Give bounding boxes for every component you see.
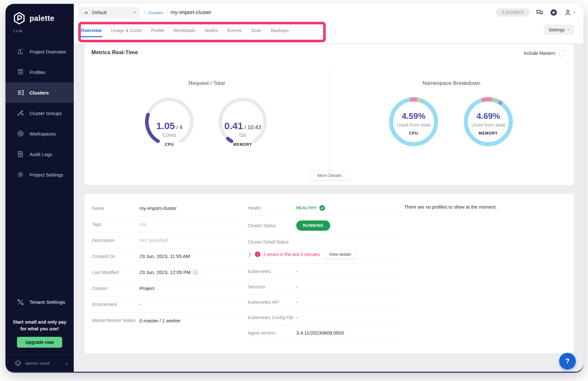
error-icon: ! bbox=[255, 252, 260, 257]
sidebar-item-project-overview[interactable]: Project Overview bbox=[5, 41, 74, 62]
more-details-button[interactable]: More Details bbox=[309, 170, 350, 180]
check-circle-icon bbox=[319, 205, 325, 211]
user-menu[interactable]: ▾ bbox=[564, 9, 575, 16]
cpu-gauge-label: CPU bbox=[144, 142, 195, 147]
namespace-memory-donut-chart: 4.69% Used from total MEMORY bbox=[463, 96, 514, 153]
namespace-memory-label: MEMORY bbox=[463, 131, 514, 136]
sidebar-item-label: Audit Logs bbox=[29, 152, 52, 157]
cluster-info-column: Name my-import-cluster Tags n/a Descript… bbox=[92, 200, 242, 328]
tab-backups[interactable]: Backups bbox=[270, 25, 290, 36]
chat-icon[interactable] bbox=[536, 9, 543, 16]
sidebar-item-project-settings[interactable]: Project Settings bbox=[5, 164, 74, 185]
tab-overview[interactable]: Overview bbox=[80, 25, 102, 36]
settings-button[interactable]: Settings ▾ bbox=[544, 25, 574, 35]
sidebar-item-audit-logs[interactable]: Audit Logs bbox=[5, 144, 74, 164]
star-circle-icon[interactable] bbox=[550, 9, 558, 16]
created-on-value: 23 Jun, 2023, 11:55 AM bbox=[139, 253, 190, 259]
sidebar: palette 3.4.48 Project Overview Profiles bbox=[5, 4, 74, 372]
chevron-down-icon: ▾ bbox=[573, 10, 575, 14]
network-icon bbox=[17, 110, 24, 117]
expand-chevron-icon[interactable]: ❯ bbox=[248, 252, 252, 257]
kubernetes-api-value: - bbox=[296, 299, 298, 305]
spectro-cloud-label: spectro cloud bbox=[25, 361, 50, 366]
errors-summary: 2 errors in the last 5 minutes bbox=[264, 252, 320, 257]
tab-workloads[interactable]: Workloads bbox=[173, 25, 196, 36]
row-label: Kubernetes bbox=[248, 269, 296, 274]
include-masters-checkbox[interactable] bbox=[559, 50, 566, 56]
spectro-cloud-logo-icon bbox=[14, 359, 22, 368]
chevron-down-icon: ▾ bbox=[134, 10, 136, 15]
sidebar-item-label: Project Settings bbox=[29, 172, 63, 178]
cluster-name-value: my-import-cluster bbox=[139, 205, 177, 211]
profiles-column: There are no profiles to show at the mom… bbox=[404, 204, 497, 210]
target-icon bbox=[17, 130, 24, 137]
collapse-sidebar-icon[interactable]: ‹ bbox=[66, 361, 67, 366]
namespace-memory-caption: Used from total bbox=[463, 122, 514, 128]
description-value: Not specified. bbox=[139, 237, 169, 243]
main-area: Default ▾ / Clusters / my-import-cluster… bbox=[74, 4, 584, 372]
cpu-used-value: 1.05 bbox=[156, 120, 175, 131]
memory-total-value: / 10.43 bbox=[244, 124, 261, 130]
breadcrumb-slash: / bbox=[144, 10, 145, 15]
gear-icon bbox=[17, 171, 24, 178]
project-selector-icon bbox=[82, 9, 89, 16]
app-version: 3.4.48 bbox=[13, 29, 74, 33]
sidebar-item-cluster-groups[interactable]: Cluster Groups bbox=[5, 103, 74, 123]
brand-block: palette 3.4.48 bbox=[5, 4, 74, 33]
namespace-cpu-donut-chart: 4.59% Used from total CPU bbox=[388, 96, 439, 153]
cluster-status-column: Health HEALTHY Cluster Status RUNNING bbox=[248, 200, 402, 341]
cluster-detail-status-block: Cluster Detail Status ❯ ! 2 errors in th… bbox=[248, 236, 402, 264]
kubeconfig-value: - bbox=[296, 315, 298, 320]
cpu-gauge-chart: 1.05 / 4 Cores CPU bbox=[144, 96, 195, 153]
row-label: Context bbox=[92, 286, 139, 291]
table-row: Kubernetes API - bbox=[248, 294, 402, 310]
namespace-cpu-label: CPU bbox=[388, 131, 439, 136]
help-button[interactable]: ? bbox=[559, 353, 576, 369]
tab-profile[interactable]: Profile bbox=[150, 25, 165, 36]
row-label: Kubernetes API bbox=[248, 300, 296, 305]
breadcrumb-slash: / bbox=[166, 10, 168, 15]
app-window: palette 3.4.48 Project Overview Profiles bbox=[5, 4, 584, 372]
sidebar-item-label: Cluster Groups bbox=[29, 111, 62, 116]
table-row: Name my-import-cluster bbox=[92, 200, 242, 216]
view-details-button[interactable]: View details bbox=[324, 250, 356, 259]
sidebar-item-label: Profiles bbox=[29, 70, 46, 75]
include-masters-label: Include Masters bbox=[524, 51, 555, 56]
tabs-row: Overview Usage & Costs Profile Workloads… bbox=[74, 21, 584, 43]
row-label: Health bbox=[248, 205, 296, 211]
table-row: Master/Worker Nodes 0 master / 1 worker bbox=[92, 312, 242, 328]
breadcrumb: / Clusters / my-import-cluster bbox=[144, 9, 211, 15]
last-modified-value: 23 Jun, 2023, 12:05 PM bbox=[139, 269, 198, 275]
tags-value: n/a bbox=[139, 221, 146, 227]
table-row: Health HEALTHY bbox=[248, 200, 402, 216]
table-row: Context Project bbox=[92, 280, 242, 296]
upgrade-now-button[interactable]: Upgrade now bbox=[17, 337, 62, 348]
project-selector[interactable]: Default ▾ bbox=[79, 7, 139, 18]
row-label: Agent version bbox=[248, 330, 296, 335]
namespace-cpu-percent: 4.59% bbox=[388, 111, 439, 121]
namespace-breakdown-title: Namespace Breakdown bbox=[329, 80, 574, 87]
sidebar-item-tenant-settings[interactable]: Tenant Settings bbox=[5, 293, 74, 311]
sidebar-item-workspaces[interactable]: Workspaces bbox=[5, 123, 74, 144]
memory-gauge-label: MEMORY bbox=[217, 142, 268, 147]
layers-icon bbox=[17, 69, 24, 76]
topbar: Default ▾ / Clusters / my-import-cluster… bbox=[74, 4, 584, 21]
tools-icon bbox=[17, 299, 24, 306]
row-label: Services bbox=[248, 284, 296, 289]
sidebar-item-clusters[interactable]: Clusters bbox=[5, 82, 74, 103]
user-icon bbox=[564, 9, 572, 16]
tab-scan[interactable]: Scan bbox=[250, 25, 262, 36]
row-label: Name bbox=[92, 206, 139, 211]
metrics-realtime-card: Metrics Real-Time Include Masters Reques… bbox=[84, 44, 574, 185]
row-label: Created On bbox=[92, 254, 139, 259]
info-icon[interactable] bbox=[193, 270, 198, 275]
sidebar-item-profiles[interactable]: Profiles bbox=[5, 62, 74, 82]
tab-events[interactable]: Events bbox=[227, 25, 242, 36]
memory-gauge-chart: 0.41 / 10.43 Gb MEMORY bbox=[217, 96, 268, 153]
tab-usage-costs[interactable]: Usage & Costs bbox=[110, 25, 143, 36]
include-masters-control: Include Masters bbox=[524, 50, 566, 56]
environment-value: - bbox=[139, 302, 141, 307]
breadcrumb-clusters-link[interactable]: Clusters bbox=[148, 10, 164, 15]
cluster-tabs: Overview Usage & Costs Profile Workloads… bbox=[80, 24, 290, 37]
tab-nodes[interactable]: Nodes bbox=[204, 25, 219, 36]
